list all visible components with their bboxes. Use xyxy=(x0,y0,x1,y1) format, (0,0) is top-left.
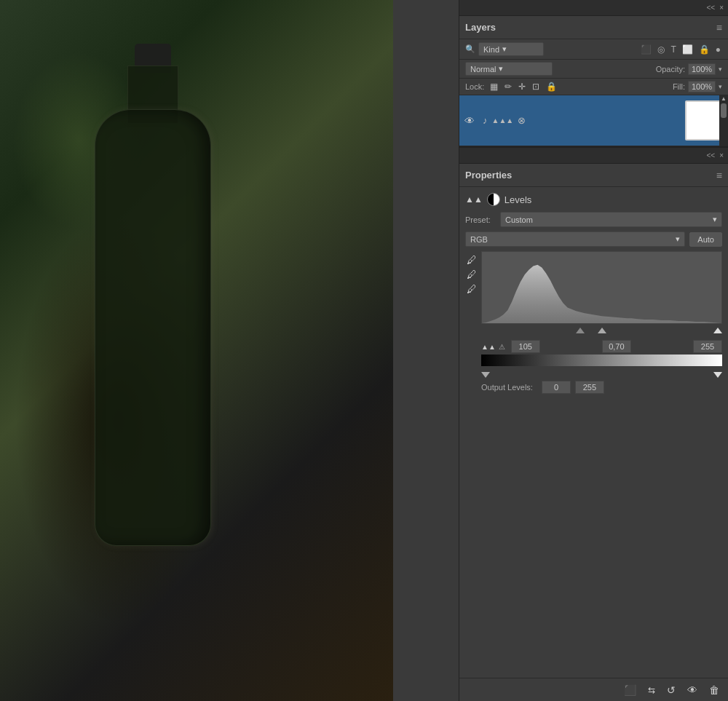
adjustment-circle-icon xyxy=(487,193,500,206)
blend-mode-arrow: ▾ xyxy=(499,64,503,74)
fill-group: Fill: 100% ▾ xyxy=(673,81,722,92)
output-max-input[interactable] xyxy=(575,381,604,394)
preset-label: Preset: xyxy=(465,215,494,224)
properties-close-button[interactable]: × xyxy=(719,151,724,159)
auto-button[interactable]: Auto xyxy=(689,232,722,247)
filter-type-icon[interactable]: T xyxy=(669,44,677,55)
midtone-input[interactable] xyxy=(602,340,631,353)
opacity-arrow-icon[interactable]: ▾ xyxy=(719,66,722,73)
svg-marker-0 xyxy=(482,265,721,323)
properties-content: ▲▲ Levels Preset: Custom ▾ RGB ▾ Auto xyxy=(459,187,728,678)
levels-title: Levels xyxy=(505,194,532,205)
bottle-graphic xyxy=(73,36,233,619)
histogram-icon-area: ▲▲ ⚠ xyxy=(481,343,505,351)
layers-titlebar: << × xyxy=(459,0,728,16)
filter-smart-icon[interactable]: 🔒 xyxy=(697,44,711,55)
properties-titlebar: << × xyxy=(459,148,728,164)
fill-arrow-icon[interactable]: ▾ xyxy=(719,83,722,90)
clip-warning-badge: ⚠ xyxy=(499,343,505,351)
blend-mode-row: Normal ▾ Opacity: 100% ▾ xyxy=(459,60,728,79)
lock-transparent-icon[interactable]: ▦ xyxy=(488,81,499,92)
layers-menu-icon[interactable]: ≡ xyxy=(716,22,722,33)
levels-header: ▲▲ Levels xyxy=(465,191,722,207)
channel-dropdown[interactable]: RGB ▾ xyxy=(465,231,685,247)
output-shadow-handle[interactable] xyxy=(481,369,490,375)
histogram-graph xyxy=(481,251,722,324)
properties-panel: << × Properties ≡ ▲▲ Levels Preset: Cust… xyxy=(459,148,728,701)
lock-icons-group: ▦ ✏ ✛ ⊡ 🔒 xyxy=(488,81,558,92)
properties-titlebar-controls: << × xyxy=(706,151,724,159)
layers-filter-dropdown[interactable]: Kind ▾ xyxy=(478,42,544,56)
fill-value[interactable]: 100% xyxy=(688,81,716,92)
output-highlight-handle[interactable] xyxy=(713,369,722,375)
panels-container: << × Layers ≡ 🔍 Kind ▾ ⬛ ◎ T ⬜ 🔒 ● xyxy=(459,0,728,701)
filter-pixel-icon[interactable]: ⬛ xyxy=(639,44,653,55)
shadow-slider-handle[interactable] xyxy=(576,328,585,333)
midtone-slider-handle[interactable] xyxy=(598,328,606,333)
input-values-row: ▲▲ ⚠ xyxy=(481,340,722,353)
filter-adjustment-icon[interactable]: ◎ xyxy=(656,44,666,55)
filter-label: Kind xyxy=(483,45,499,54)
opacity-group: Opacity: 100% ▾ xyxy=(656,63,722,75)
highlight-input[interactable] xyxy=(693,340,722,353)
preset-value: Custom xyxy=(505,215,533,224)
lock-move-icon[interactable]: ✛ xyxy=(517,81,527,92)
filter-shape-icon[interactable]: ⬜ xyxy=(681,44,695,55)
layer-adjustment-icon: ▲▲▲ xyxy=(492,116,514,124)
eyedropper-tools: 🖊 🖊 🖊 xyxy=(465,251,478,394)
fill-label: Fill: xyxy=(673,82,685,91)
delete-adjustment-button[interactable]: 🗑 xyxy=(706,683,722,697)
blend-mode-dropdown[interactable]: Normal ▾ xyxy=(465,62,553,76)
layer-item[interactable]: 👁 ♪ ▲▲▲ ⊗ ▲ xyxy=(459,95,728,146)
white-point-eyedropper[interactable]: 🖊 xyxy=(465,254,478,266)
background-image xyxy=(0,0,393,701)
layers-close-button[interactable]: × xyxy=(719,4,724,12)
blend-mode-value: Normal xyxy=(470,65,496,74)
lock-all-icon[interactable]: 🔒 xyxy=(545,81,558,92)
clip-warning-icon: ▲▲ xyxy=(481,343,496,351)
slider-track xyxy=(481,326,722,338)
layers-collapse-button[interactable]: << xyxy=(706,4,715,12)
gray-point-eyedropper[interactable]: 🖊 xyxy=(465,269,478,280)
output-levels-label: Output Levels: xyxy=(481,383,533,392)
histogram-icon: ▲▲ xyxy=(465,194,483,205)
output-row: Output Levels: xyxy=(481,381,722,394)
output-min-input[interactable] xyxy=(542,381,571,394)
lock-artboard-icon[interactable]: ⊡ xyxy=(531,81,541,92)
properties-collapse-button[interactable]: << xyxy=(706,151,715,159)
filter-arrow-icon: ▾ xyxy=(502,44,507,54)
filter-circle-icon[interactable]: ● xyxy=(714,44,722,55)
add-mask-button[interactable]: ⬛ xyxy=(621,683,639,697)
lock-row: Lock: ▦ ✏ ✛ ⊡ 🔒 Fill: 100% ▾ xyxy=(459,79,728,95)
histogram-container: ▲▲ ⚠ xyxy=(481,251,722,394)
channel-arrow-icon: ▾ xyxy=(676,234,680,244)
layer-thumb-white xyxy=(690,106,721,136)
preset-row: Preset: Custom ▾ xyxy=(465,212,722,227)
reset-adjustments-button[interactable]: ↺ xyxy=(664,683,678,697)
preset-dropdown[interactable]: Custom ▾ xyxy=(500,212,722,227)
opacity-value[interactable]: 100% xyxy=(688,63,716,75)
smart-filter-button[interactable]: ⇆ xyxy=(645,684,658,697)
bottle-body xyxy=(95,109,211,546)
properties-bottom-toolbar: ⬛ ⇆ ↺ 👁 🗑 xyxy=(459,678,728,701)
layers-panel: << × Layers ≡ 🔍 Kind ▾ ⬛ ◎ T ⬜ 🔒 ● xyxy=(459,0,728,148)
layers-scrollbar[interactable]: ▲ xyxy=(719,95,728,146)
input-sliders-row xyxy=(481,324,722,340)
visibility-button[interactable]: 👁 xyxy=(684,683,700,697)
histogram-area: 🖊 🖊 🖊 xyxy=(465,251,722,394)
shadow-input[interactable] xyxy=(511,340,540,353)
preset-arrow-icon: ▾ xyxy=(713,215,717,224)
lock-paint-icon[interactable]: ✏ xyxy=(503,81,513,92)
scroll-thumb[interactable] xyxy=(721,103,727,118)
histogram-svg xyxy=(482,252,721,323)
scroll-up-icon[interactable]: ▲ xyxy=(721,95,727,102)
properties-menu-icon[interactable]: ≡ xyxy=(716,170,722,181)
lock-label: Lock: xyxy=(465,82,484,91)
layers-titlebar-controls: << × xyxy=(706,4,724,12)
layer-effect-icon: ♪ xyxy=(483,115,488,126)
layer-visibility-toggle[interactable]: 👁 xyxy=(462,115,477,127)
highlight-slider-handle[interactable] xyxy=(713,328,722,333)
layer-icons-group: ♪ ▲▲▲ ⊗ xyxy=(480,115,682,126)
layer-link-icon: ⊗ xyxy=(518,115,526,126)
black-point-eyedropper[interactable]: 🖊 xyxy=(465,283,478,295)
